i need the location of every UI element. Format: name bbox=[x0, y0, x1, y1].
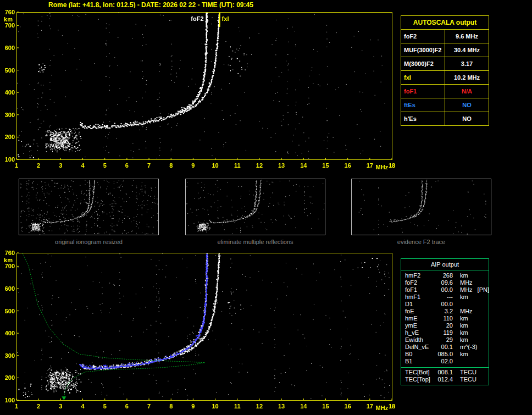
autoscala-parameter-label: h'Es bbox=[401, 112, 445, 126]
aip-parameter-unit: m^(-3) bbox=[460, 344, 477, 351]
thumbnail-caption-evidence: evidence F2 trace bbox=[351, 239, 491, 245]
aip-parameter-unit: MHz bbox=[460, 308, 473, 315]
autoscala-parameter-value: 10.2 MHz bbox=[445, 71, 489, 85]
aip-row: foE3.2MHz bbox=[401, 308, 489, 315]
autoscala-parameter-value: 3.17 bbox=[445, 57, 489, 71]
top-ionogram-canvas bbox=[0, 8, 398, 173]
aip-row: B102.0 bbox=[401, 358, 489, 365]
autoscala-table-header-row: AUTOSCALA output bbox=[401, 16, 489, 30]
aip-parameter-value: 119 bbox=[434, 329, 453, 336]
autoscala-parameter-label: foF1 bbox=[401, 85, 445, 98]
thumbnail-caption-clean: eliminate multiple reflections bbox=[185, 239, 325, 245]
aip-row: D100.0 bbox=[401, 301, 489, 308]
aip-parameter-note: [PN] bbox=[478, 286, 489, 294]
autoscala-parameter-label: fxI bbox=[401, 71, 445, 85]
autoscala-parameter-label: ftEs bbox=[401, 98, 445, 112]
aip-parameter-label: h_vE bbox=[401, 329, 434, 336]
aip-parameter-value: 00.0 bbox=[434, 301, 453, 308]
aip-parameter-value: 110 bbox=[434, 315, 453, 322]
aip-parameter-label: foF2 bbox=[401, 279, 434, 286]
thumbnail-original-canvas bbox=[19, 179, 158, 235]
aip-parameter-label: B0 bbox=[401, 351, 434, 358]
aip-parameter-value: 00.0 bbox=[434, 286, 453, 294]
autoscala-parameter-value: NO bbox=[445, 112, 489, 126]
autoscala-row: h'EsNO bbox=[401, 112, 489, 126]
aip-parameter-unit: MHz bbox=[460, 286, 473, 294]
autoscala-output-table: AUTOSCALA output foF29.6 MHzMUF(3000)F23… bbox=[401, 15, 489, 126]
autoscala-parameter-label: foF2 bbox=[401, 30, 445, 43]
aip-row: Ewidth29km bbox=[401, 336, 489, 344]
autoscala-row: foF29.6 MHz bbox=[401, 30, 489, 43]
aip-row: TEC[Top]012.4TECU bbox=[401, 376, 489, 383]
autoscala-row: fxI10.2 MHz bbox=[401, 71, 489, 85]
aip-parameter-label: TEC[Bot] bbox=[401, 369, 434, 376]
autoscala-parameter-value: 30.4 MHz bbox=[445, 43, 489, 57]
thumbnail-original-ionogram bbox=[19, 179, 159, 235]
autoscala-parameter-value: 9.6 MHz bbox=[445, 30, 489, 43]
aip-row: ymE20km bbox=[401, 322, 489, 329]
aip-parameter-label: hmF2 bbox=[401, 272, 434, 279]
autoscala-row: MUF(3000)F230.4 MHz bbox=[401, 43, 489, 57]
aip-parameter-label: Ewidth bbox=[401, 336, 434, 344]
aip-parameter-value: --- bbox=[434, 294, 453, 301]
thumbnail-caption-original: original ionogram resized bbox=[19, 239, 159, 245]
autoscala-parameter-value: N/A bbox=[445, 85, 489, 98]
autoscala-table-body: foF29.6 MHzMUF(3000)F230.4 MHzM(3000)F23… bbox=[401, 30, 489, 126]
aip-parameter-unit: MHz bbox=[460, 279, 473, 286]
aip-parameter-value: 00.1 bbox=[434, 344, 453, 351]
aip-output-panel: AIP output hmF2268kmfoF209.6MHzfoF100.0M… bbox=[401, 258, 489, 385]
thumbnail-f2-trace-evidence bbox=[351, 179, 491, 235]
autoscala-row: M(3000)F23.17 bbox=[401, 57, 489, 71]
aip-parameter-label: TEC[Top] bbox=[401, 376, 434, 383]
aip-parameter-unit: TECU bbox=[460, 376, 476, 383]
autoscala-result-window: Rome (lat: +41.8, lon: 012.5) - DATE: 20… bbox=[0, 0, 532, 415]
aip-row: foF100.0MHz[PN] bbox=[401, 286, 489, 294]
autoscala-row: ftEsNO bbox=[401, 98, 489, 112]
aip-parameter-value: 20 bbox=[434, 322, 453, 329]
autoscala-parameter-value: NO bbox=[445, 98, 489, 112]
aip-parameter-value: 268 bbox=[434, 272, 453, 279]
aip-parameter-value: 29 bbox=[434, 336, 453, 344]
aip-row: hmF2268km bbox=[401, 272, 489, 279]
aip-parameter-value: 3.2 bbox=[434, 308, 453, 315]
aip-parameter-value: 09.6 bbox=[434, 279, 453, 286]
aip-parameter-unit: km bbox=[460, 294, 468, 301]
aip-parameter-unit: km bbox=[460, 351, 468, 358]
aip-parameter-value: 012.4 bbox=[434, 376, 453, 383]
aip-row: h_vE119km bbox=[401, 329, 489, 336]
aip-parameter-unit: km bbox=[460, 315, 468, 322]
aip-parameter-value: 008.1 bbox=[434, 369, 453, 376]
aip-parameter-label: hmF1 bbox=[401, 294, 434, 301]
aip-row: hmF1---km bbox=[401, 294, 489, 301]
thumbnail-clean-canvas bbox=[186, 179, 325, 235]
aip-parameter-label: B1 bbox=[401, 358, 434, 365]
aip-parameter-value: 085.0 bbox=[434, 351, 453, 358]
aip-parameter-label: ymE bbox=[401, 322, 434, 329]
thumbnail-evidence-canvas bbox=[352, 179, 491, 235]
aip-parameter-unit: km bbox=[460, 336, 468, 344]
aip-parameter-label: D1 bbox=[401, 301, 434, 308]
aip-parameter-label: foE bbox=[401, 308, 434, 315]
bottom-ionogram-canvas bbox=[0, 248, 398, 414]
aip-parameter-value: 02.0 bbox=[434, 358, 453, 365]
aip-rows: hmF2268kmfoF209.6MHzfoF100.0MHz[PN]hmF1-… bbox=[401, 270, 489, 366]
aip-parameter-label: foF1 bbox=[401, 286, 434, 294]
aip-tec-rows: TEC[Bot]008.1TECUTEC[Top]012.4TECU bbox=[401, 367, 489, 385]
autoscala-row: foF1N/A bbox=[401, 85, 489, 98]
thumbnail-multiple-reflections-removed bbox=[185, 179, 325, 235]
aip-parameter-label: DelN_vE bbox=[401, 344, 434, 351]
autoscala-parameter-label: MUF(3000)F2 bbox=[401, 43, 445, 57]
aip-parameter-unit: TECU bbox=[460, 369, 476, 376]
autoscala-parameter-label: M(3000)F2 bbox=[401, 57, 445, 71]
autoscala-table-title: AUTOSCALA output bbox=[401, 16, 489, 30]
aip-row: TEC[Bot]008.1TECU bbox=[401, 369, 489, 376]
aip-parameter-label: hmE bbox=[401, 315, 434, 322]
aip-row: hmE110km bbox=[401, 315, 489, 322]
aip-parameter-unit: km bbox=[460, 272, 468, 279]
aip-row: foF209.6MHz bbox=[401, 279, 489, 286]
aip-row: B0085.0km bbox=[401, 351, 489, 358]
aip-panel-title: AIP output bbox=[401, 259, 489, 270]
aip-parameter-unit: km bbox=[460, 322, 468, 329]
aip-row: DelN_vE00.1m^(-3) bbox=[401, 344, 489, 351]
aip-parameter-unit: km bbox=[460, 329, 468, 336]
